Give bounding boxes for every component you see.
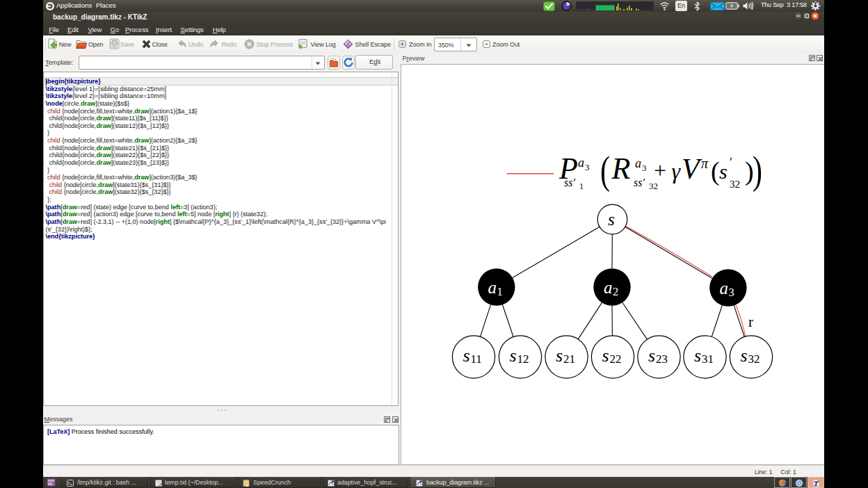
svg-text:1: 1: [497, 285, 503, 298]
svg-text:3: 3: [642, 163, 647, 173]
svg-text:a: a: [604, 278, 613, 297]
svg-text:32: 32: [748, 352, 760, 366]
svg-text:a: a: [635, 156, 641, 170]
svg-text:s: s: [694, 345, 701, 366]
svg-text:(: (: [600, 148, 610, 193]
svg-text:V: V: [682, 153, 702, 185]
svg-text:23: 23: [656, 352, 668, 366]
svg-text:s: s: [463, 345, 470, 366]
svg-text:s: s: [648, 345, 655, 366]
svg-text:a: a: [578, 156, 584, 170]
svg-text:ss′: ss′: [634, 177, 645, 188]
svg-text:s: s: [602, 345, 609, 366]
svg-text:s: s: [556, 345, 563, 366]
svg-text:1: 1: [579, 181, 584, 191]
svg-text:s: s: [719, 160, 728, 183]
svg-text:(: (: [711, 156, 720, 186]
svg-text:+: +: [654, 158, 666, 183]
svg-text:22: 22: [610, 352, 622, 366]
svg-text:12: 12: [517, 352, 529, 366]
svg-text:3: 3: [585, 162, 590, 172]
svg-text:a: a: [488, 278, 497, 297]
svg-text:γ: γ: [672, 158, 682, 184]
svg-text:s: s: [510, 345, 517, 366]
svg-text:R: R: [611, 152, 631, 186]
svg-text:2: 2: [613, 285, 618, 298]
svg-text:32: 32: [730, 179, 740, 190]
svg-text:s: s: [608, 210, 615, 229]
svg-text:21: 21: [563, 352, 575, 366]
svg-text:r: r: [748, 314, 753, 330]
svg-text:ss′: ss′: [564, 177, 575, 188]
svg-text:′: ′: [730, 156, 732, 170]
svg-text:π: π: [701, 156, 709, 171]
svg-text:31: 31: [702, 352, 714, 366]
svg-text:11: 11: [471, 352, 482, 366]
svg-text:3: 3: [729, 286, 734, 299]
svg-text:s: s: [741, 345, 748, 366]
svg-text:a: a: [720, 279, 729, 298]
svg-text:): ): [753, 148, 762, 193]
